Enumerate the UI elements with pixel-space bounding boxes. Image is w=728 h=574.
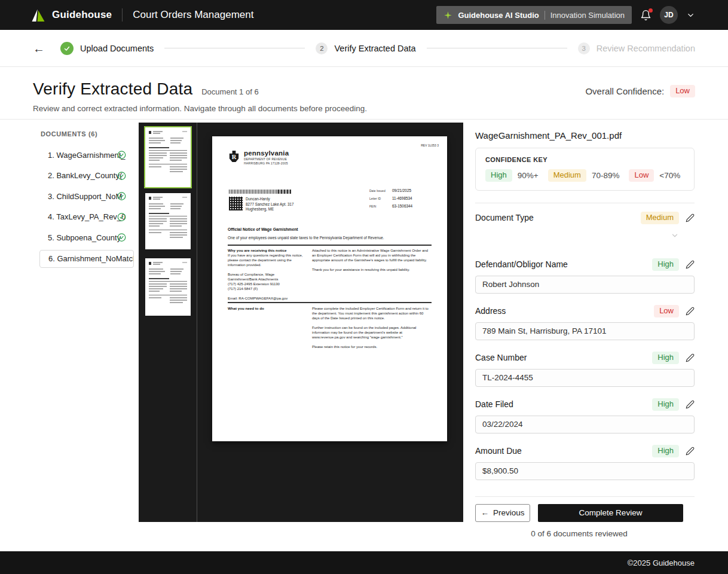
doc-city-line: HARRISBURG PA 17128-2005: [244, 161, 289, 165]
document-list: DOCUMENTS (6) 1. WageGarnishment_ 2. Ban…: [33, 120, 139, 268]
doc-state-name: pennsylvania: [244, 149, 289, 157]
page-thumbnail-1[interactable]: [145, 127, 191, 187]
high-range: 90%+: [518, 171, 539, 180]
document-list-item-3[interactable]: 3. ChildSupport_NoM: [33, 186, 139, 207]
field-label: Document Type: [475, 213, 534, 222]
doc-divider: [228, 245, 432, 246]
doc-meta-label: FEIN: [369, 204, 392, 208]
step-review-recommendation: 3 Review Recommendation: [578, 42, 695, 54]
thumbnail-strip: [139, 123, 197, 522]
previous-button[interactable]: ← Previous: [475, 504, 530, 522]
qr-code: [229, 197, 243, 210]
avatar[interactable]: JD: [660, 6, 678, 24]
document-item-label: 3. ChildSupport_NoM: [48, 192, 122, 201]
doc-recipient-block: Duncan-Hardy 8277 Sanchez Lake Apt. 317 …: [246, 197, 294, 212]
confidence-badge: High: [652, 445, 679, 457]
check-circle-icon: [117, 212, 126, 221]
edit-case-number-button[interactable]: [686, 353, 695, 362]
doc-section-what: What you need to do Please complete the …: [228, 306, 432, 354]
copyright-text: ©2025 Guidehouse: [628, 558, 695, 567]
confidence-key: CONFIDENCE KEY High 90%+ Medium 70-89% L…: [475, 148, 695, 191]
document-list-item-4[interactable]: 4. TaxLevy_PA_Rev_0: [33, 207, 139, 228]
defendant-name-input[interactable]: [475, 276, 695, 294]
actions-row: ← Previous Complete Review: [475, 504, 683, 522]
complete-review-button[interactable]: Complete Review: [538, 504, 683, 522]
step-label: Upload Documents: [80, 44, 154, 53]
review-status: 0 of 6 documents reviewed: [475, 529, 683, 538]
doc-section-heading: What you need to do: [228, 306, 307, 310]
page-thumbnail-2[interactable]: [145, 193, 191, 249]
check-circle-icon: [117, 233, 126, 242]
document-type-select[interactable]: [475, 229, 695, 242]
pencil-icon: [686, 447, 695, 456]
pencil-icon: [686, 307, 695, 316]
pencil-icon: [686, 213, 695, 222]
notifications-button[interactable]: [640, 10, 651, 21]
doc-email-line: Email: RA-COMPWAGEFAX@pa.gov: [228, 296, 307, 301]
user-menu-chevron[interactable]: [686, 11, 695, 20]
overall-confidence-label: Overall Confidence:: [585, 86, 664, 96]
doc-section-heading: Why you are receiving this notice: [228, 248, 307, 252]
page-thumbnail-3[interactable]: [145, 258, 191, 316]
brand-divider: [122, 8, 123, 22]
edit-document-type-button[interactable]: [686, 213, 695, 222]
thumbnail-preview: [145, 193, 191, 239]
doc-line: Bureau of Compliance, Wage: [228, 272, 307, 277]
step-number: 3: [578, 42, 590, 54]
doc-line: Garnishment/Bank Attachments: [228, 277, 307, 282]
app-header: Guidehouse Court Orders Management Guide…: [0, 0, 728, 30]
doc-paragraph: Attached to this notice is an Administra…: [312, 248, 432, 262]
document-list-item-1[interactable]: 1. WageGarnishment_: [33, 145, 139, 166]
doc-recipient-name: Duncan-Hardy: [246, 197, 294, 202]
step-verify-extracted-data[interactable]: 2 Verify Extracted Data: [316, 42, 415, 54]
brand-name: Guidehouse: [52, 9, 112, 21]
document-filename: WageGarnishment_PA_Rev_001.pdf: [475, 130, 695, 141]
high-badge: High: [485, 169, 512, 182]
field-label: Defendant/Obligor Name: [475, 259, 568, 269]
svg-text:R: R: [232, 154, 237, 160]
step-label: Review Recommendation: [597, 44, 695, 53]
pencil-icon: [686, 400, 695, 409]
overall-confidence: Overall Confidence: Low: [585, 85, 695, 97]
confidence-badge: Medium: [641, 212, 679, 224]
field-defendant-name: Defendant/Obligor Name High: [475, 258, 695, 294]
edit-address-button[interactable]: [686, 307, 695, 316]
document-list-item-2[interactable]: 2. BankLevy_County(: [33, 166, 139, 187]
edit-amount-due-button[interactable]: [686, 447, 695, 456]
document-list-heading: DOCUMENTS (6): [41, 130, 139, 138]
low-range: <70%: [659, 171, 680, 180]
step-upload-documents[interactable]: Upload Documents: [60, 42, 154, 55]
app-footer: ©2025 Guidehouse: [0, 551, 728, 574]
document-canvas: REV 1L053 3 R pennsylvania DEPARTMENT OF…: [198, 123, 463, 522]
confidence-badge: High: [652, 258, 679, 271]
edit-date-filed-button[interactable]: [686, 400, 695, 409]
doc-paragraph: Further instruction can be found on the …: [312, 325, 432, 340]
document-item-label: 5. Subpoena_County: [48, 233, 121, 242]
chevron-down-icon: [686, 11, 695, 20]
case-number-input[interactable]: [475, 369, 695, 387]
doc-paragraph: Please complete the included Employer Ce…: [312, 306, 432, 320]
postal-barcode: [229, 190, 291, 194]
document-viewer: REV 1L053 3 R pennsylvania DEPARTMENT OF…: [139, 123, 463, 522]
confidence-badge: High: [652, 352, 679, 364]
field-date-filed: Date Filed High: [475, 398, 695, 433]
chevron-down-icon: [671, 231, 679, 240]
back-button[interactable]: ←: [33, 42, 45, 54]
date-filed-input[interactable]: [475, 416, 695, 433]
sparkle-icon: [443, 11, 452, 20]
medium-range: 70-89%: [592, 171, 620, 180]
edit-defendant-name-button[interactable]: [686, 260, 695, 269]
medium-badge: Medium: [548, 169, 586, 182]
field-label: Address: [475, 306, 506, 316]
address-input[interactable]: [475, 322, 695, 340]
check-circle-icon: [117, 151, 126, 160]
document-list-item-6[interactable]: 6. Garnishment_NoMatcl: [39, 250, 134, 268]
doc-notice-intro: One of your employees owes unpaid state …: [228, 236, 384, 240]
amount-due-input[interactable]: [475, 462, 695, 480]
keystone-logo-icon: R: [228, 149, 240, 165]
ai-studio-badge[interactable]: Guidehouse AI Studio Innovation Simulati…: [436, 6, 632, 24]
step-connector: [427, 48, 567, 48]
doc-paragraph: Please retain this notice for your recor…: [312, 344, 432, 349]
field-amount-due: Amount Due High: [475, 445, 695, 480]
document-list-item-5[interactable]: 5. Subpoena_County: [33, 227, 139, 248]
